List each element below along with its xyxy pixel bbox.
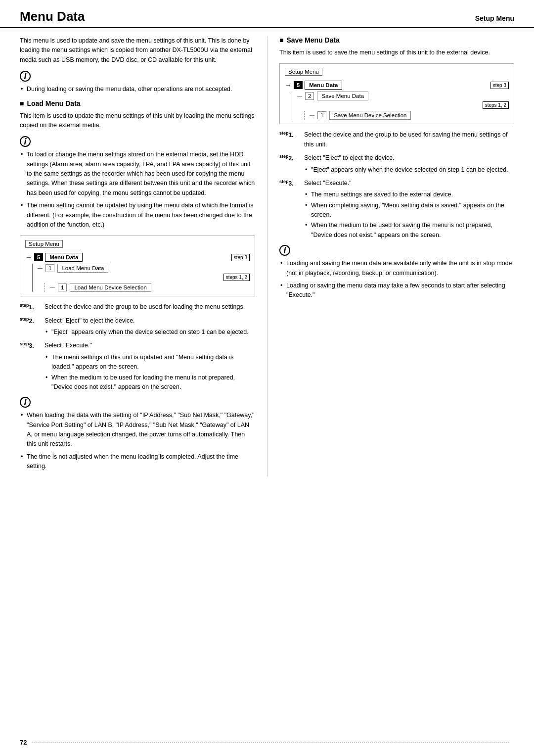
load-step-3: step3. Select "Execute." The menu settin… — [20, 341, 255, 392]
save-step2-sub: "Eject" appears only when the device sel… — [304, 165, 514, 175]
note-icon-1: i — [20, 71, 31, 82]
note-item-load3-2: The time is not adjusted when the menu l… — [20, 452, 255, 472]
intro-text: This menu is used to update and save the… — [20, 36, 255, 65]
load-menu-section: Load Menu Data This item is used to upda… — [20, 99, 255, 472]
page-footer: 72 — [0, 739, 534, 746]
load-step1-text: Select the device and the group to be us… — [44, 303, 245, 310]
page: Menu Data Setup Menu This menu is used t… — [0, 0, 534, 756]
note-item-load-2: The menu setting cannot be updated by us… — [20, 201, 255, 230]
load-step3-text: Select "Execute." — [44, 342, 92, 349]
footer-divider — [32, 742, 509, 743]
diag-row2-label: Load Menu Device Selection — [70, 283, 151, 292]
note-item-right-2: Loading or saving the menu data may take… — [279, 281, 514, 300]
save-diag-step3-badge: step 3 — [490, 82, 509, 89]
note-list-1: During loading or saving the menu data, … — [20, 85, 255, 94]
save-steps-list: step1. Select the device and the group t… — [279, 130, 514, 240]
diag-setup-menu-label: Setup Menu — [25, 240, 63, 248]
save-diag-row1-label: Save Menu Data — [317, 92, 368, 100]
save-step-3: step3. Select "Execute." The menu settin… — [279, 179, 514, 240]
diag-step3-badge: step 3 — [231, 254, 250, 261]
diag-row1-label: Load Menu Data — [57, 264, 108, 273]
save-menu-intro: This item is used to save the menu setti… — [279, 48, 514, 57]
diag-row-1: 1 Load Menu Data — [38, 264, 250, 273]
save-step3-sub3: When the medium to be used for saving th… — [304, 221, 514, 240]
load-steps-list: step1. Select the device and the group t… — [20, 302, 255, 392]
note-item-load3-1: When loading the data with the setting o… — [20, 411, 255, 449]
load-step-2: step2. Select "Eject" to eject the devic… — [20, 316, 255, 337]
load-step1-label: step1. — [20, 302, 34, 312]
right-column: Save Menu Data This item is used to save… — [267, 36, 514, 476]
save-diag-row2-label: Save Menu Device Selection — [329, 111, 411, 120]
save-diag-steps12-badge: steps 1, 2 — [483, 101, 509, 109]
save-diag-arrow: → — [285, 81, 292, 89]
save-step1-label: step1. — [279, 130, 294, 140]
note-list-right: Loading and saving the menu data are ava… — [279, 259, 514, 300]
diag-arrow-1: → — [25, 253, 32, 261]
page-header: Menu Data Setup Menu — [0, 0, 534, 28]
note-list-3: When loading the data with the setting o… — [20, 411, 255, 471]
note-block-2: i To load or change the menu settings st… — [20, 136, 255, 230]
section-label: Setup Menu — [475, 14, 514, 22]
save-diagram: Setup Menu → 5 Menu Data step 3 2 Save M… — [279, 63, 514, 124]
diag-inner: 1 Load Menu Device Selection — [44, 283, 250, 292]
note-block-1: i During loading or saving the menu data… — [20, 71, 255, 94]
save-step3-sub1: The menu settings are saved to the exter… — [304, 190, 514, 199]
load-diagram: Setup Menu → 5 Menu Data step 3 1 Load M… — [20, 236, 255, 296]
page-number: 72 — [20, 739, 27, 746]
load-step3-sub1: The menu settings of this unit is update… — [44, 353, 255, 372]
note-icon-right: i — [279, 245, 290, 256]
save-diag-menu-label: Menu Data — [305, 81, 342, 90]
load-menu-intro: This item is used to update the menu set… — [20, 111, 255, 131]
load-step3-label: step3. — [20, 341, 34, 351]
load-step2-label: step2. — [20, 316, 34, 326]
save-diag-inner: 1 Save Menu Device Selection — [304, 111, 509, 120]
diag-row2-num: 1 — [58, 284, 67, 291]
save-menu-section: Save Menu Data This item is used to save… — [279, 36, 514, 300]
save-step2-sub1: "Eject" appears only when the device sel… — [304, 165, 514, 175]
save-diag-rows: 2 Save Menu Data steps 1, 2 1 Save Menu … — [292, 92, 509, 120]
save-diag-setup-label: Setup Menu — [285, 68, 322, 76]
load-step3-sub2: When the medium to be used for loading t… — [44, 373, 255, 392]
save-diag-row-1: 2 Save Menu Data — [297, 92, 509, 100]
left-column: This menu is used to update and save the… — [20, 36, 267, 476]
note-icon-3: i — [20, 397, 31, 408]
diag-row1-num: 1 — [45, 264, 54, 272]
save-step3-sub: The menu settings are saved to the exter… — [304, 190, 514, 240]
save-step3-sub2: When completing saving, "Menu setting da… — [304, 201, 514, 220]
diag-menu-num: 5 — [34, 253, 43, 261]
load-menu-heading: Load Menu Data — [20, 99, 255, 107]
save-menu-heading: Save Menu Data — [279, 36, 514, 44]
main-content: This menu is used to update and save the… — [0, 36, 534, 476]
note-item-load-1: To load or change the menu settings stor… — [20, 150, 255, 198]
save-diag-row2-num: 1 — [317, 111, 326, 119]
load-step2-sub1: "Eject" appears only when the device sel… — [44, 328, 255, 337]
save-step3-label: step3. — [279, 179, 294, 189]
note-item: During loading or saving the menu data, … — [20, 85, 255, 94]
note-icon-2: i — [20, 136, 31, 147]
load-step2-sub: "Eject" appears only when the device sel… — [44, 328, 255, 337]
diag-steps12-wrapper: steps 1, 2 — [38, 274, 250, 281]
save-step2-text: Select "Eject" to eject the device. — [304, 154, 395, 161]
diag-row2: 1 Load Menu Device Selection — [50, 283, 250, 292]
save-step-1: step1. Select the device and the group t… — [279, 130, 514, 149]
diag-menu-label: Menu Data — [45, 253, 83, 262]
save-diag-row2: 1 Save Menu Device Selection — [310, 111, 509, 120]
note-item-right-1: Loading and saving the menu data are ava… — [279, 259, 514, 278]
note-block-3: i When loading the data with the setting… — [20, 397, 255, 471]
save-diag-num: 5 — [294, 81, 303, 89]
save-diag-row1-num: 2 — [305, 92, 314, 100]
load-step2-text: Select "Eject" to eject the device. — [44, 317, 135, 324]
note-block-right: i Loading and saving the menu data are a… — [279, 245, 514, 300]
save-diag-steps12-wrapper: steps 1, 2 — [297, 101, 509, 109]
save-step-2: step2. Select "Eject" to eject the devic… — [279, 153, 514, 175]
load-step3-sub: The menu settings of this unit is update… — [44, 353, 255, 392]
page-title: Menu Data — [20, 9, 85, 24]
save-step2-label: step2. — [279, 153, 294, 163]
save-step1-text: Select the device and the group to be us… — [304, 131, 507, 147]
load-step-1: step1. Select the device and the group t… — [20, 302, 255, 312]
diag-rows: 1 Load Menu Data steps 1, 2 1 Load Menu … — [32, 264, 250, 292]
note-list-2: To load or change the menu settings stor… — [20, 150, 255, 230]
diag-steps12-badge: steps 1, 2 — [223, 274, 250, 281]
save-step3-text: Select "Execute." — [304, 180, 352, 187]
